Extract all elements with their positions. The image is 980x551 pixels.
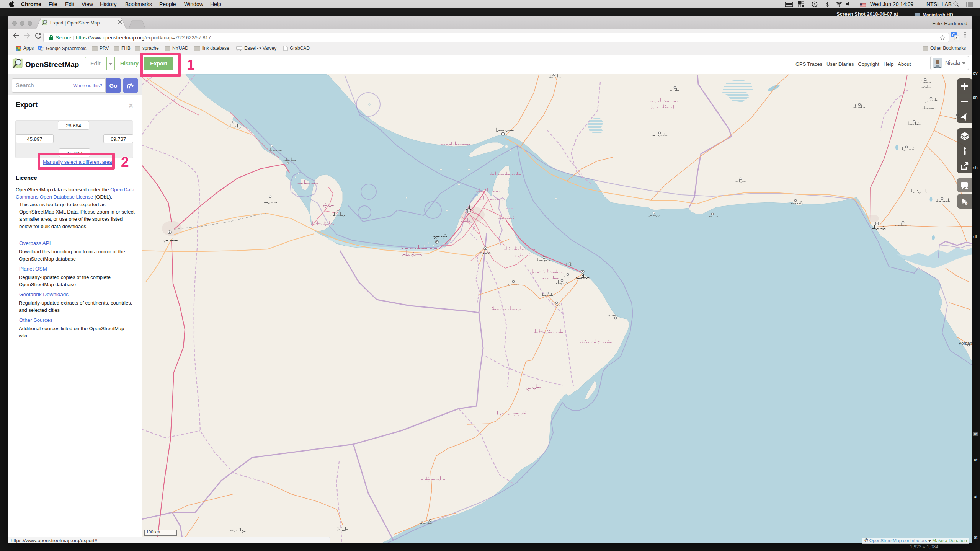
- svg-text:Porband: Porband: [959, 341, 972, 346]
- svg-text:x: x: [41, 48, 43, 51]
- svg-text:x: x: [956, 36, 957, 40]
- svg-text:?: ?: [965, 202, 968, 206]
